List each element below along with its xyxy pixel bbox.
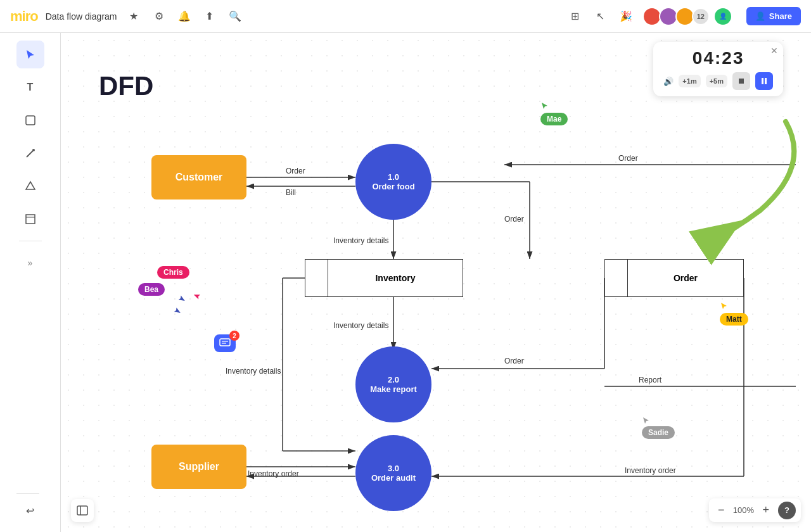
sound-icon: 🔊 [663, 77, 674, 86]
sidebar-divider-2 [16, 493, 39, 494]
comment-badge[interactable]: 2 [214, 334, 236, 352]
timer-stop-button[interactable] [732, 72, 750, 90]
supplier-label: Supplier [179, 461, 219, 472]
order-food-label: 1.0Order food [372, 172, 414, 191]
notifications-icon[interactable]: 🔔 [176, 8, 193, 25]
diagram-title: Data flow diagram [46, 11, 117, 22]
node-customer[interactable]: Customer [151, 155, 246, 200]
zoom-level: 100% [731, 505, 756, 515]
node-supplier[interactable]: Supplier [151, 445, 246, 489]
share-button[interactable]: 👤 Share [746, 7, 801, 25]
search-icon[interactable]: 🔍 [226, 8, 244, 25]
timer-display: 04:23 [693, 48, 744, 68]
inventory-divider [305, 260, 328, 296]
share-icon: 👤 [755, 11, 765, 21]
zoom-in-button[interactable]: + [758, 501, 773, 519]
node-order-food[interactable]: 1.0Order food [355, 144, 431, 220]
timer-pause-button[interactable] [755, 72, 773, 90]
export-icon[interactable]: ⬆ [201, 8, 219, 25]
zoom-out-button[interactable]: − [714, 501, 729, 519]
sidebar-tool-sticky[interactable] [16, 106, 44, 134]
node-order-audit[interactable]: 3.0Order audit [355, 435, 431, 511]
node-inventory[interactable]: Inventory [305, 259, 463, 297]
green-arrow-decoration [634, 115, 811, 267]
cursor-bea: Bea [138, 283, 165, 296]
zoom-controls: − 100% + ? [709, 498, 801, 522]
sidebar-bottom: ↩ [16, 491, 44, 524]
svg-rect-4 [26, 215, 35, 224]
cursor-bea-arrow [172, 305, 181, 318]
sidebar-tool-frame[interactable] [16, 205, 44, 233]
svg-line-1 [27, 151, 33, 157]
sidebar-tool-pen[interactable] [16, 139, 44, 167]
star-icon[interactable]: ★ [125, 8, 143, 25]
settings-icon[interactable]: ⚙ [150, 8, 168, 25]
timer-close-button[interactable]: ✕ [770, 46, 778, 56]
svg-rect-47 [765, 78, 767, 84]
make-report-label: 2.0Make report [370, 375, 417, 394]
topbar: miro Data flow diagram ★ ⚙ 🔔 ⬆ 🔍 ⊞ ↖ 🎉 1… [0, 0, 811, 33]
cursor-matt: Matt [720, 301, 748, 326]
timer-panel: ✕ 04:23 🔊 +1m +5m [653, 42, 783, 96]
inventory-label: Inventory [328, 260, 463, 296]
help-button[interactable]: ? [778, 502, 796, 519]
node-make-report[interactable]: 2.0Make report [355, 346, 431, 422]
sidebar-tool-select[interactable] [16, 41, 44, 68]
canvas[interactable]: DFD Order Bill Inventory details Order I… [61, 33, 811, 532]
cursor-icon[interactable]: ↖ [592, 8, 610, 25]
avatar-group: 12 👤 [642, 7, 732, 26]
dfd-label: DFD [99, 71, 153, 101]
svg-rect-45 [739, 79, 744, 84]
avatar-count[interactable]: 12 [692, 8, 710, 25]
svg-rect-40 [220, 339, 230, 346]
cursor-chris-arrow [194, 291, 203, 304]
sidebar-divider [19, 241, 42, 241]
order-audit-label: 3.0Order audit [371, 464, 416, 483]
avatar-5[interactable]: 👤 [713, 7, 732, 26]
comment-count: 2 [229, 331, 239, 341]
timer-add-5m-button[interactable]: +5m [706, 75, 727, 87]
timer-controls: 🔊 +1m +5m [663, 72, 773, 90]
customer-label: Customer [176, 172, 223, 183]
apps-icon[interactable]: ⊞ [566, 8, 584, 25]
reactions-icon[interactable]: 🎉 [617, 8, 635, 25]
svg-marker-3 [26, 182, 35, 189]
svg-rect-43 [77, 506, 87, 515]
cursor-chris: Chris [157, 266, 189, 279]
sidebar-tool-undo[interactable]: ↩ [16, 497, 44, 524]
panel-toggle-button[interactable] [71, 499, 94, 522]
cursor-sadie: Sadie [642, 416, 675, 439]
svg-point-2 [32, 149, 35, 151]
sidebar-tool-shapes[interactable] [16, 172, 44, 200]
sidebar: T » ↩ [0, 33, 61, 532]
svg-rect-0 [26, 116, 35, 125]
timer-add-1m-button[interactable]: +1m [679, 75, 700, 87]
sidebar-tool-more[interactable]: » [16, 249, 44, 277]
sidebar-tool-text[interactable]: T [16, 73, 44, 101]
svg-rect-46 [762, 78, 763, 84]
miro-logo: miro [10, 8, 38, 25]
order-store-divider [605, 260, 628, 296]
cursor-mae: Mae [540, 101, 568, 125]
